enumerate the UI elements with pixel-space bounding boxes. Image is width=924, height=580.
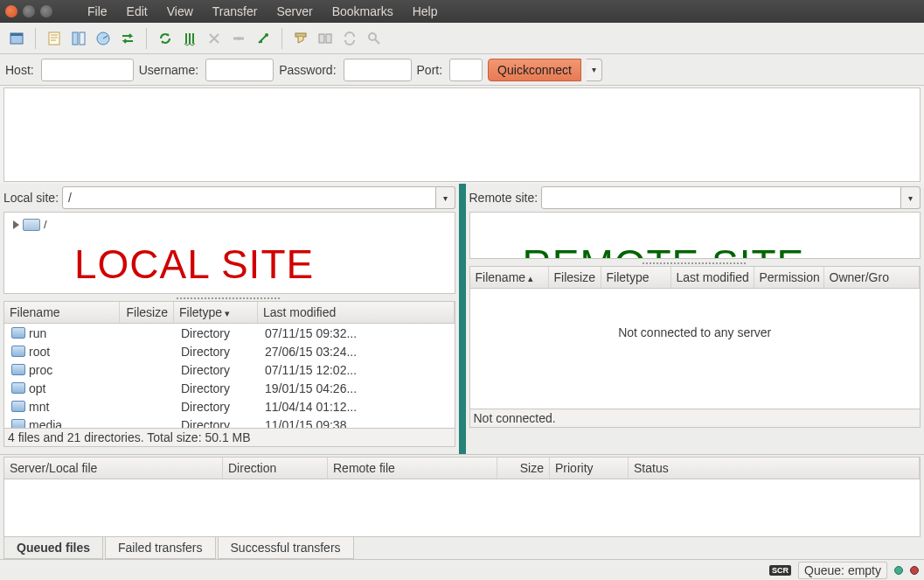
local-file-header: Filename Filesize Filetype Last modified xyxy=(3,301,455,324)
remote-tree[interactable]: REMOTE SITE xyxy=(469,212,921,259)
file-type: Directory xyxy=(176,400,260,414)
window-maximize-button[interactable] xyxy=(40,5,52,17)
window-minimize-button[interactable] xyxy=(23,5,35,17)
qcol-priority[interactable]: Priority xyxy=(550,458,629,479)
tab-failed-transfers[interactable]: Failed transfers xyxy=(105,537,215,559)
sync-icon[interactable] xyxy=(338,27,361,50)
file-type: Directory xyxy=(176,363,260,377)
folder-icon xyxy=(11,419,25,429)
col-r-modified[interactable]: Last modified xyxy=(671,267,754,288)
menu-file[interactable]: File xyxy=(80,3,115,20)
host-input[interactable] xyxy=(41,59,134,81)
menu-server[interactable]: Server xyxy=(269,3,319,20)
menu-bookmarks[interactable]: Bookmarks xyxy=(325,3,400,20)
svg-point-7 xyxy=(265,33,268,37)
quickconnect-dropdown[interactable]: ▾ xyxy=(587,59,602,81)
local-status: 4 files and 21 directories. Total size: … xyxy=(3,429,455,447)
swap-icon[interactable] xyxy=(116,27,139,50)
file-name: root xyxy=(29,345,50,359)
qcol-server[interactable]: Server/Local file xyxy=(4,458,223,479)
col-r-filetype[interactable]: Filetype xyxy=(601,267,671,288)
compare-icon[interactable] xyxy=(314,27,337,50)
col-r-filename[interactable]: Filename xyxy=(470,267,549,288)
tree-expander-icon[interactable] xyxy=(13,220,19,229)
remote-empty-message: Not connected to any server xyxy=(618,325,771,339)
col-filename[interactable]: Filename xyxy=(4,302,120,323)
remote-file-list[interactable]: Not connected to any server xyxy=(469,289,921,409)
svg-rect-10 xyxy=(326,34,331,43)
table-row[interactable]: mediaDirectory11/01/15 09:38 xyxy=(4,416,455,429)
window-close-button[interactable] xyxy=(5,5,17,17)
file-type: Directory xyxy=(176,345,260,359)
site-manager-icon[interactable] xyxy=(5,27,28,50)
quickconnect-button[interactable]: Quickconnect xyxy=(488,59,581,81)
host-label: Host: xyxy=(5,63,34,77)
col-r-filesize[interactable]: Filesize xyxy=(549,267,601,288)
quickconnect-bar: Host: Username: Password: Port: Quickcon… xyxy=(0,54,924,86)
remote-site-dropdown[interactable]: ▾ xyxy=(901,186,921,209)
refresh-icon[interactable] xyxy=(154,27,177,50)
menu-transfer[interactable]: Transfer xyxy=(205,3,265,20)
col-modified[interactable]: Last modified xyxy=(258,302,455,323)
file-modified: 27/06/15 03:24... xyxy=(260,345,453,359)
local-site-path[interactable]: / xyxy=(62,186,435,209)
port-input[interactable] xyxy=(449,59,483,81)
local-site-label: Local site: xyxy=(3,191,59,205)
disconnect-icon[interactable] xyxy=(227,27,250,50)
activity-led-1 xyxy=(894,566,903,575)
menu-help[interactable]: Help xyxy=(406,3,445,20)
col-filesize[interactable]: Filesize xyxy=(120,302,174,323)
svg-rect-3 xyxy=(73,32,78,45)
tab-successful-transfers[interactable]: Successful transfers xyxy=(218,537,354,559)
qcol-remote[interactable]: Remote file xyxy=(328,458,497,479)
queue-status[interactable]: Queue: empty xyxy=(798,562,887,579)
local-tree[interactable]: / LOCAL SITE xyxy=(3,212,455,294)
find-icon[interactable] xyxy=(363,27,386,50)
toggle-log-icon[interactable] xyxy=(43,27,66,50)
qcol-direction[interactable]: Direction xyxy=(223,458,328,479)
col-r-owner[interactable]: Owner/Gro xyxy=(824,267,921,288)
file-modified: 07/11/15 09:32... xyxy=(260,326,453,340)
col-r-permission[interactable]: Permission xyxy=(754,267,824,288)
folder-icon xyxy=(11,346,25,357)
remote-status: Not connected. xyxy=(469,409,921,428)
col-filetype[interactable]: Filetype xyxy=(174,302,258,323)
local-overlay-label: LOCAL SITE xyxy=(74,241,314,288)
file-name: proc xyxy=(29,363,52,377)
username-input[interactable] xyxy=(205,59,274,81)
filter-icon[interactable] xyxy=(289,27,312,50)
port-label: Port: xyxy=(417,63,443,77)
process-queue-icon[interactable] xyxy=(178,27,201,50)
toggle-queue-icon[interactable] xyxy=(92,27,115,50)
file-type: Directory xyxy=(176,381,260,395)
remote-panel: Remote site: ▾ REMOTE SITE Filename File… xyxy=(466,184,925,454)
queue-body[interactable] xyxy=(3,479,921,537)
table-row[interactable]: procDirectory07/11/15 12:02... xyxy=(4,360,455,379)
message-log[interactable] xyxy=(3,87,921,182)
menu-view[interactable]: View xyxy=(160,3,200,20)
table-row[interactable]: mntDirectory11/04/14 01:12... xyxy=(4,397,455,416)
menu-edit[interactable]: Edit xyxy=(120,3,155,20)
local-site-dropdown[interactable]: ▾ xyxy=(436,186,455,209)
reconnect-icon[interactable] xyxy=(252,27,274,50)
file-type: Directory xyxy=(176,418,260,430)
table-row[interactable]: rootDirectory27/06/15 03:24... xyxy=(4,342,455,360)
local-file-list[interactable]: runDirectory07/11/15 09:32...rootDirecto… xyxy=(3,324,455,429)
toolbar xyxy=(0,23,924,54)
local-panel: Local site: / ▾ / LOCAL SITE Filename Fi… xyxy=(0,184,459,454)
toggle-tree-icon[interactable] xyxy=(67,27,90,50)
remote-site-path[interactable] xyxy=(541,186,901,209)
svg-rect-8 xyxy=(295,33,306,37)
cancel-icon[interactable] xyxy=(203,27,226,50)
vertical-splitter[interactable] xyxy=(459,184,466,454)
status-bar: SCR Queue: empty xyxy=(0,559,924,580)
qcol-size[interactable]: Size xyxy=(497,458,550,479)
qcol-status[interactable]: Status xyxy=(629,458,920,479)
table-row[interactable]: optDirectory19/01/15 04:26... xyxy=(4,379,455,397)
svg-point-6 xyxy=(237,37,240,40)
tab-queued-files[interactable]: Queued files xyxy=(3,537,103,559)
folder-icon xyxy=(11,327,25,339)
password-input[interactable] xyxy=(344,59,412,81)
table-row[interactable]: runDirectory07/11/15 09:32... xyxy=(4,324,455,342)
file-modified: 11/01/15 09:38 xyxy=(260,418,453,430)
